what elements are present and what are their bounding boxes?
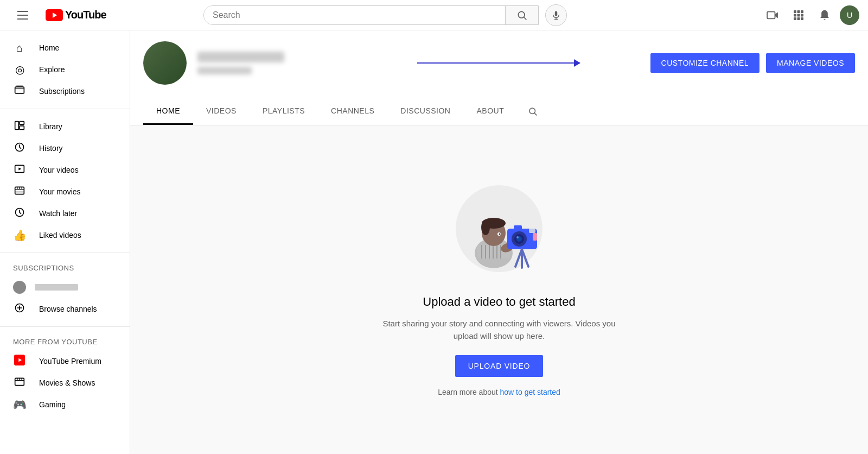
camera-illustration bbox=[445, 169, 553, 278]
svg-rect-9 bbox=[794, 10, 796, 13]
search-button[interactable] bbox=[505, 6, 538, 24]
channel-actions: CUSTOMIZE CHANNEL MANAGE VIDEOS bbox=[650, 53, 855, 73]
arrow-line bbox=[417, 62, 580, 64]
sidebar-item-gaming[interactable]: 🎮 Gaming bbox=[0, 394, 130, 415]
camera-svg bbox=[445, 169, 553, 278]
tab-about[interactable]: ABOUT bbox=[463, 100, 517, 125]
channel-meta bbox=[197, 52, 406, 74]
home-icon: ⌂ bbox=[13, 42, 26, 54]
svg-rect-67 bbox=[529, 229, 535, 233]
search-tab-icon bbox=[528, 106, 538, 116]
sidebar-item-your-videos[interactable]: Your videos bbox=[0, 159, 130, 181]
sidebar-item-label-browse-channels: Browse channels bbox=[39, 305, 97, 313]
sidebar-item-label-your-movies: Your movies bbox=[39, 187, 81, 196]
tab-channels[interactable]: CHANNELS bbox=[318, 100, 387, 125]
subscription-name-1 bbox=[35, 284, 78, 291]
empty-state: Upload a video to get started Start shar… bbox=[130, 125, 868, 440]
svg-rect-14 bbox=[801, 14, 803, 16]
svg-point-57 bbox=[481, 220, 490, 235]
search-box bbox=[203, 5, 539, 25]
camera-icon bbox=[767, 10, 778, 20]
mic-icon bbox=[551, 10, 561, 20]
sidebar-item-browse-channels[interactable]: Browse channels bbox=[0, 298, 130, 320]
create-video-button[interactable] bbox=[762, 4, 783, 26]
svg-rect-4 bbox=[555, 11, 558, 16]
sidebar-item-label-gaming: Gaming bbox=[39, 400, 66, 409]
svg-rect-17 bbox=[801, 17, 803, 20]
tab-home[interactable]: HOME bbox=[143, 100, 193, 125]
tab-search-button[interactable] bbox=[521, 100, 544, 125]
sidebar-item-youtube-premium[interactable]: YouTube Premium bbox=[0, 350, 130, 372]
empty-state-description: Start sharing your story and connecting … bbox=[380, 318, 618, 342]
sidebar-item-label-explore: Explore bbox=[39, 65, 65, 74]
sidebar-item-your-movies[interactable]: Your movies bbox=[0, 181, 130, 203]
sidebar-item-label-home: Home bbox=[39, 43, 59, 52]
sidebar-item-label-history: History bbox=[39, 144, 63, 153]
bell-icon bbox=[819, 9, 830, 21]
customize-channel-button[interactable]: CUSTOMIZE CHANNEL bbox=[650, 53, 760, 73]
browse-channels-icon bbox=[13, 302, 26, 316]
svg-rect-12 bbox=[794, 14, 796, 16]
sidebar-item-home[interactable]: ⌂ Home bbox=[0, 37, 130, 59]
how-to-get-started-link[interactable]: how to get started bbox=[500, 388, 560, 396]
search-icon bbox=[516, 10, 527, 21]
youtube-premium-icon bbox=[13, 355, 26, 368]
svg-rect-18 bbox=[15, 87, 24, 93]
subscription-avatar-1 bbox=[13, 281, 26, 294]
avatar[interactable]: U bbox=[840, 5, 859, 25]
sidebar-item-history[interactable]: History bbox=[0, 137, 130, 159]
svg-rect-10 bbox=[797, 10, 800, 13]
logo-link[interactable]: YouTube bbox=[46, 9, 106, 21]
explore-icon: ◎ bbox=[13, 63, 26, 76]
sidebar-item-movies-shows[interactable]: Movies & Shows bbox=[0, 372, 130, 394]
subscriptions-section-title: SUBSCRIPTIONS bbox=[0, 260, 130, 276]
tab-discussion[interactable]: DISCUSSION bbox=[387, 100, 463, 125]
sidebar-item-watch-later[interactable]: Watch later bbox=[0, 203, 130, 224]
svg-rect-16 bbox=[797, 17, 800, 20]
channel-info: CUSTOMIZE CHANNEL MANAGE VIDEOS bbox=[143, 41, 855, 96]
svg-point-65 bbox=[516, 236, 519, 238]
svg-point-44 bbox=[529, 108, 535, 114]
sidebar-item-liked-videos[interactable]: 👍 Liked videos bbox=[0, 224, 130, 246]
svg-marker-26 bbox=[18, 167, 21, 170]
svg-rect-21 bbox=[15, 121, 19, 129]
svg-rect-71 bbox=[533, 233, 537, 241]
menu-button[interactable] bbox=[9, 2, 37, 28]
search-container bbox=[203, 4, 567, 26]
svg-rect-7 bbox=[767, 11, 775, 18]
svg-rect-11 bbox=[801, 10, 803, 13]
your-videos-icon bbox=[13, 163, 26, 177]
sidebar-item-label-movies-shows: Movies & Shows bbox=[39, 379, 95, 387]
library-icon bbox=[13, 120, 26, 134]
sidebar: ⌂ Home ◎ Explore Subscriptions bbox=[0, 30, 130, 454]
notifications-button[interactable] bbox=[814, 4, 835, 26]
upload-video-button[interactable]: UPLOAD VIDEO bbox=[455, 355, 544, 377]
empty-state-title: Upload a video to get started bbox=[423, 295, 575, 309]
channel-tabs: HOME VIDEOS PLAYLISTS CHANNELS DISCUSSIO… bbox=[143, 100, 855, 125]
mic-button[interactable] bbox=[545, 4, 567, 26]
subscriptions-icon bbox=[13, 85, 26, 98]
sidebar-item-label-youtube-premium: YouTube Premium bbox=[39, 357, 101, 365]
manage-videos-button[interactable]: MANAGE VIDEOS bbox=[766, 53, 855, 73]
tab-videos[interactable]: VIDEOS bbox=[193, 100, 250, 125]
your-movies-icon bbox=[13, 185, 26, 199]
svg-rect-19 bbox=[16, 85, 23, 86]
search-input[interactable] bbox=[204, 6, 505, 24]
learn-more-text: Learn more about how to get started bbox=[438, 388, 560, 396]
apps-button[interactable] bbox=[788, 4, 809, 26]
subscription-item-1[interactable] bbox=[0, 276, 130, 298]
sidebar-divider-2 bbox=[0, 253, 130, 253]
sidebar-item-label-liked-videos: Liked videos bbox=[39, 231, 81, 239]
channel-name-blur bbox=[197, 52, 284, 62]
youtube-logo-icon bbox=[46, 9, 63, 21]
channel-avatar bbox=[143, 41, 187, 85]
sidebar-item-subscriptions[interactable]: Subscriptions bbox=[0, 80, 130, 102]
sidebar-divider-1 bbox=[0, 109, 130, 109]
svg-rect-15 bbox=[794, 17, 796, 20]
svg-rect-23 bbox=[20, 125, 24, 129]
sidebar-item-explore[interactable]: ◎ Explore bbox=[0, 59, 130, 80]
svg-rect-22 bbox=[20, 121, 24, 124]
tab-playlists[interactable]: PLAYLISTS bbox=[250, 100, 318, 125]
sidebar-item-label-subscriptions: Subscriptions bbox=[39, 87, 85, 96]
sidebar-item-library[interactable]: Library bbox=[0, 116, 130, 137]
